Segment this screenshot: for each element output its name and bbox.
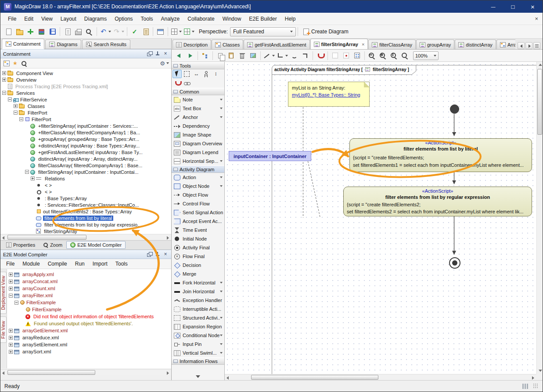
menu-collaborate[interactable]: Collaborate (183, 16, 218, 22)
compiler-menu-file[interactable]: File (2, 261, 18, 267)
scroll-thumb[interactable] (7, 370, 95, 375)
panel-tab-search-results[interactable]: Search Results (82, 40, 130, 49)
palette-item-initial-node[interactable]: Initial Node (172, 234, 224, 243)
palette-item-expansion-region[interactable]: Expansion Region (172, 322, 224, 331)
resize-grip[interactable] (533, 383, 539, 389)
tree-row[interactable]: +groupArray( groupedArray : Base Types::… (0, 136, 171, 142)
actor-tool[interactable] (201, 70, 211, 78)
sticky-link-tool[interactable] (182, 79, 191, 87)
menu-file[interactable]: File (4, 16, 20, 22)
project-usage-button[interactable] (155, 26, 166, 37)
rectilinear-path-button[interactable] (276, 50, 289, 61)
forward-button[interactable] (185, 50, 196, 61)
show-grid-button[interactable] (330, 50, 341, 61)
palette-item-control-flow[interactable]: Control Flow (172, 199, 224, 208)
oblique-path-button[interactable] (263, 50, 276, 61)
panel-tab-containment[interactable]: Containment (2, 39, 44, 49)
palette-scroll-down-icon[interactable] (172, 375, 224, 378)
note-shape[interactable]: myList is an String Array: myList[0..*]:… (288, 82, 370, 107)
menu-window[interactable]: Window (219, 16, 245, 22)
scroll-left-icon[interactable] (0, 234, 7, 241)
palette-item-text-box[interactable]: Text Box (172, 104, 224, 113)
tree-row[interactable]: arrayCount.xml (7, 285, 171, 292)
palette-item-fork-horizontal[interactable]: Fork Horizontal (172, 278, 224, 287)
tree-row[interactable]: < > (0, 182, 171, 188)
tree-row[interactable]: filter elements from list by regular exp… (0, 221, 171, 228)
new-project-button[interactable] (3, 26, 14, 37)
tree-row[interactable]: +getFirstAndLastElement( inputArray : Ba… (0, 149, 171, 155)
scroll-thumb[interactable] (251, 375, 378, 380)
tree-expander-icon[interactable] (9, 294, 13, 298)
menu-e2e-builder[interactable]: E2E Builder (245, 16, 280, 22)
canvas-vscrollbar[interactable] (536, 62, 543, 374)
tree-expander-icon[interactable] (2, 78, 6, 82)
tree-row[interactable]: arraySort.xml (7, 348, 171, 355)
tree-row[interactable]: Component View (0, 70, 171, 76)
maximize-button[interactable] (503, 0, 523, 13)
activity-final-node[interactable] (449, 257, 460, 269)
menu-help[interactable]: Help (281, 16, 300, 22)
tree-row[interactable]: FilterExample (7, 306, 171, 313)
palette-item-exception-handler[interactable]: Exception Handler (172, 296, 224, 305)
scroll-left-icon[interactable] (0, 370, 7, 376)
selection-rectangle-tool[interactable] (182, 70, 191, 78)
magnet-tool[interactable] (173, 79, 182, 87)
tree-row[interactable]: Classes (0, 103, 171, 109)
tree-expander-icon[interactable] (9, 336, 13, 340)
palette-item-diagram-overview[interactable]: Diagram Overview (172, 139, 224, 148)
palette-item-horizontal-sep[interactable]: Horizontal Sep... (172, 157, 224, 165)
compiler-menu-import[interactable]: Import (89, 261, 111, 267)
menu-layout[interactable]: Layout (57, 16, 80, 22)
paste-button[interactable] (226, 50, 237, 61)
select-cursor-tool[interactable] (173, 70, 182, 78)
palette-item-structured-activi[interactable]: Structured Activi... (172, 313, 224, 322)
create-diagram-button[interactable]: Create Diagram (300, 26, 352, 37)
palette-item-accept-event-ac[interactable]: Accept Event Ac... (172, 217, 224, 226)
tree-expander-icon[interactable] (9, 273, 13, 277)
tree-row[interactable]: arrayApply.xml (7, 271, 171, 278)
back-button[interactable] (174, 50, 185, 61)
find-button[interactable] (20, 59, 28, 68)
tree-expander-icon[interactable] (8, 97, 12, 101)
tab-list-icon[interactable] (533, 42, 540, 49)
action-filter-by-literal[interactable]: «ActionScript» filter elements from list… (349, 138, 532, 172)
bottom-tab-properties[interactable]: Properties (2, 241, 39, 249)
open-in-tree-button[interactable] (2, 59, 11, 68)
tree-row[interactable]: arraySetElement.xml (7, 341, 171, 348)
image-button[interactable] (248, 50, 259, 61)
palette-section-information-flows[interactable]: Information Flows (172, 357, 224, 365)
tree-row[interactable]: arrayReduce.xml (7, 334, 171, 341)
palette-item-conditional-node[interactable]: Conditional Node (172, 331, 224, 340)
menu-edit[interactable]: Edit (20, 16, 37, 22)
tree-row[interactable]: FilterService (0, 96, 171, 103)
curve-path-button[interactable] (289, 50, 300, 61)
scroll-right-icon[interactable] (165, 234, 171, 241)
bottom-tab-e2e-model-compiler[interactable]: E2E Model Compiler (66, 241, 126, 249)
diagram-layout-button[interactable] (183, 26, 195, 37)
palette-item-activity-final[interactable]: Activity Final (172, 243, 224, 252)
float-panel-icon[interactable] (147, 252, 153, 257)
canvas-hscrollbar[interactable] (225, 374, 536, 380)
diagram-tab-classes[interactable]: Classes (212, 40, 243, 49)
menu-options[interactable]: Options (111, 16, 137, 22)
tree-row[interactable]: arrayGetElement.xml (7, 327, 171, 334)
open-project-button[interactable] (14, 26, 25, 37)
tree-row[interactable]: FilterExample (7, 299, 171, 306)
tree-expander-icon[interactable] (9, 343, 13, 347)
tree-row[interactable]: distinctArray( inputArray : Array, disti… (0, 155, 171, 162)
side-tab-deployment-view[interactable]: Deployment View (0, 272, 7, 314)
tree-row[interactable]: arrayFilter.xml (7, 292, 171, 299)
delete-button[interactable] (237, 50, 248, 61)
diagram-canvas[interactable]: activity Activity Diagram filterStringAr… (225, 62, 536, 374)
tree-row[interactable]: : Base Types::Array (0, 195, 171, 201)
tree-expander-icon[interactable] (14, 301, 18, 305)
save-button[interactable] (47, 26, 58, 37)
report-button[interactable] (140, 26, 151, 37)
tree-expander-icon[interactable] (9, 329, 13, 333)
tree-row[interactable]: filterStringArray( inputContainer : Inpu… (0, 169, 171, 175)
tree-row[interactable]: +filterClassArray( filteredCompanyArray1… (0, 129, 171, 136)
compiler-menu-compile[interactable]: Compile (44, 261, 71, 267)
palette-item-merge[interactable]: Merge (172, 270, 224, 278)
side-tab-file-view[interactable]: File View (0, 316, 7, 343)
palette-item-dependency[interactable]: Dependency (172, 122, 224, 130)
